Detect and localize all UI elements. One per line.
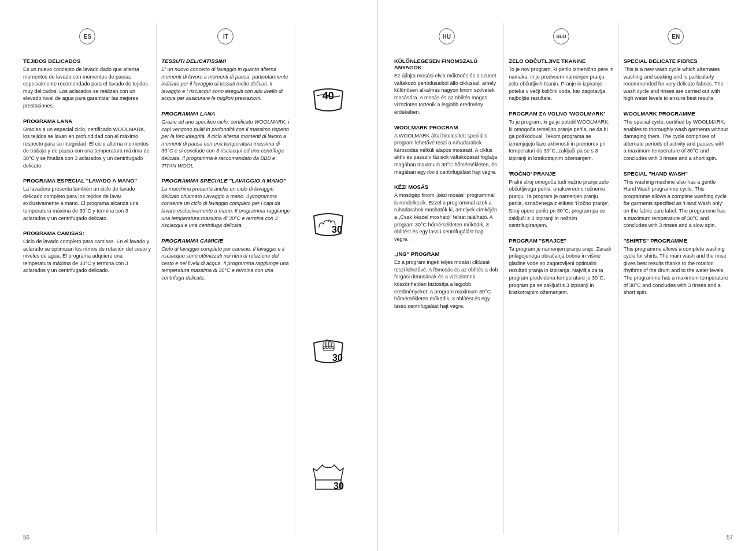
section-title-en-2: WOOLMARK PROGRAMME [624,110,728,117]
section-body-slo-1: To je nov program, ki perilo izmenično p… [509,66,613,102]
section-es-4: PROGRAMA CAMISAS: Ciclo de lavado comple… [23,230,151,274]
icon-handwash-30: 30 [311,335,346,364]
page-number-left: 56 [23,534,29,541]
right-page: HU KÜLÖNLEGESEN FINOMSZALÚ ANYAGOK Ez új… [378,0,756,551]
col-header-it: IT [161,23,290,52]
section-body-it-1: E' un nuovo concetto di lavaggio in quan… [161,66,290,102]
section-hu-1: KÜLÖNLEGESEN FINOMSZALÚ ANYAGOK Ez újfaj… [394,58,499,116]
section-body-it-2: Grazie ad uno specifico ciclo, certifica… [161,118,290,169]
left-page: ES TEJIDOS DELICADOS Es un nuevo concept… [0,0,378,551]
section-body-hu-1: Ez újfajta mosási elv,a működés és a szü… [394,72,499,116]
section-it-1: TESSUTI DELICATISSIMI E' un nuovo concet… [161,58,290,102]
section-it-4: PROGRAMMA CAMICIE Ciclo di lavaggio comp… [161,237,290,282]
lang-badge-it: IT [217,28,234,44]
section-hu-4: „ING" PROGRAM Ez a program ingek teljes … [394,251,499,310]
section-body-slo-4: Ta program je namenjen pranju srajc. Zar… [509,245,613,296]
section-title-it-3: PROGRAMMA SPECIALE "LAVAGGIO A MANO" [161,177,290,184]
section-title-it-1: TESSUTI DELICATISSIMI [161,58,290,64]
svg-rect-2 [332,342,334,349]
col-slo: SLO ZELO OBČUTLJIVE TKANINE To je nov pr… [504,23,618,534]
section-title-es-1: TEJIDOS DELICADOS [23,58,151,64]
section-slo-1: ZELO OBČUTLJIVE TKANINE To je nov progra… [509,58,613,102]
section-title-slo-4: PROGRAM "SRAJCE" [509,237,613,244]
section-title-es-2: PROGRAMA LANA [23,118,151,124]
lang-badge-es: ES [79,28,95,44]
section-body-hu-4: Ez a program ingek teljes mosási ciklusá… [394,259,499,310]
section-body-en-3: This washing machine also has a gentle H… [624,178,728,229]
section-body-hu-2: A WOOLMARK által hitelesített speciális … [394,132,499,176]
section-title-es-4: PROGRAMA CAMISAS: [23,230,151,236]
section-title-slo-2: PROGRAM ZA VOLNO 'WOOLMARK' [509,110,613,117]
icon-wash-40: 40 [311,85,346,111]
section-title-it-2: PROGRAMMA LANA [161,110,290,117]
section-body-it-4: Ciclo di lavaggio completo per camicie. … [161,245,290,282]
section-title-en-3: SPECIAL "HAND WASH" [624,170,728,177]
section-en-2: WOOLMARK PROGRAMME The special cycle, ce… [624,110,728,162]
section-slo-2: PROGRAM ZA VOLNO 'WOOLMARK' To je progra… [509,110,613,162]
section-slo-3: 'ROČNO' PRANJE Pralni stroj omogoča tudi… [509,170,613,229]
section-en-1: SPECIAL DELICATE FIBRES This is a new wa… [624,58,728,102]
section-body-es-1: Es un nuevo concepto de lavado dado que … [23,66,151,110]
section-body-en-1: This is a new wash cycle which alternate… [624,66,728,102]
section-es-1: TEJIDOS DELICADOS Es un nuevo concepto d… [23,58,151,110]
section-body-slo-3: Pralni stroj omogoča tudi nežno pranje z… [509,178,613,229]
col-header-en: EN [624,23,728,52]
icon-woolmark-30: 30 [311,210,346,236]
page-number-right: 57 [727,534,733,541]
section-it-3: PROGRAMMA SPECIALE "LAVAGGIO A MANO" La … [161,177,290,229]
section-body-it-3: La macchina presenta anche un ciclo di l… [161,185,290,229]
section-title-slo-1: ZELO OBČUTLJIVE TKANINE [509,58,613,64]
col-header-es: ES [23,23,151,52]
col-header-slo: SLO [509,23,613,52]
section-title-hu-1: KÜLÖNLEGESEN FINOMSZALÚ ANYAGOK [394,58,499,70]
section-title-en-1: SPECIAL DELICATE FIBRES [624,58,728,64]
section-es-3: PROGRAMA ESPECIAL "LAVADO A MANO" La lav… [23,177,151,222]
page: ES TEJIDOS DELICADOS Es un nuevo concept… [0,0,756,551]
section-body-slo-2: To je program, ki ga je potrdil WOOLMARK… [509,118,613,162]
svg-rect-3 [323,342,325,349]
col-hu: HU KÜLÖNLEGESEN FINOMSZALÚ ANYAGOK Ez új… [394,23,504,534]
section-it-2: PROGRAMMA LANA Grazie ad uno specifico c… [161,110,290,169]
section-title-en-4: "SHIRTS" PROGRAMME [624,237,728,244]
section-body-es-2: Gracias a un especial ciclo, certificado… [23,126,151,170]
section-slo-4: PROGRAM "SRAJCE" Ta program je namenjen … [509,237,613,296]
section-body-es-4: Ciclo de lavado completo para camisas. E… [23,238,151,274]
section-title-es-3: PROGRAMA ESPECIAL "LAVADO A MANO" [23,177,151,184]
section-es-2: PROGRAMA LANA Gracias a un especial cicl… [23,118,151,170]
lang-badge-slo: SLO [553,28,569,44]
icon-shirt-30: 30 [311,463,346,492]
col-it: IT TESSUTI DELICATISSIMI E' un nuovo con… [157,23,295,534]
section-en-4: "SHIRTS" PROGRAMME This programme allows… [624,237,728,296]
section-body-en-2: The special cycle, certified by WOOLMARK… [624,118,728,162]
section-title-hu-4: „ING" PROGRAM [394,251,499,257]
section-title-hu-3: KÉZI MOSÁS [394,184,499,190]
section-en-3: SPECIAL "HAND WASH" This washing machine… [624,170,728,229]
section-title-it-4: PROGRAMMA CAMICIE [161,237,290,244]
section-body-hu-3: A mosógép finom „kézi mosás" programmal … [394,192,499,243]
lang-badge-hu: HU [439,28,455,44]
section-body-es-3: La lavadora presenta también un ciclo de… [23,185,151,222]
lang-badge-en: EN [668,28,684,44]
col-header-hu: HU [394,23,499,52]
svg-rect-1 [329,341,331,349]
col-es: ES TEJIDOS DELICADOS Es un nuevo concept… [23,23,157,534]
section-title-slo-3: 'ROČNO' PRANJE [509,170,613,177]
section-hu-2: WOOLMARK PROGRAM A WOOLMARK által hitele… [394,124,499,176]
col-icons-left: 40 30 [295,23,361,534]
section-hu-3: KÉZI MOSÁS A mosógép finom „kézi mosás" … [394,184,499,243]
section-body-en-4: This programme allows a complete washing… [624,245,728,296]
col-en: EN SPECIAL DELICATE FIBRES This is a new… [619,23,733,534]
section-title-hu-2: WOOLMARK PROGRAM [394,124,499,131]
